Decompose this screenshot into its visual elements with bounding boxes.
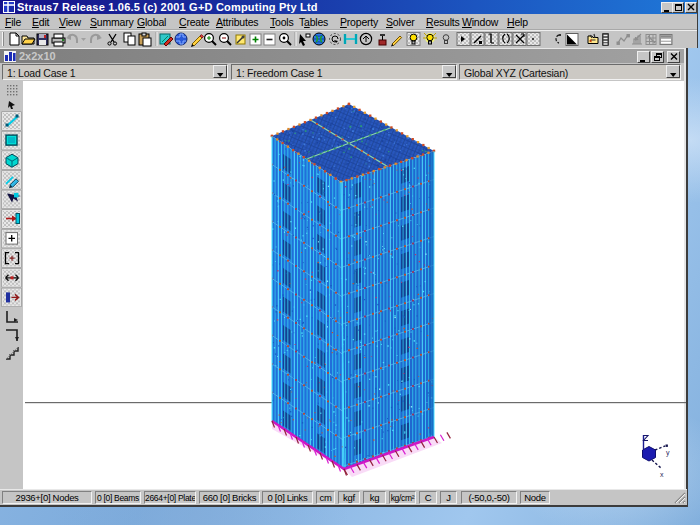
svg-text:x: x (660, 471, 664, 478)
svg-text:y: y (666, 449, 670, 457)
